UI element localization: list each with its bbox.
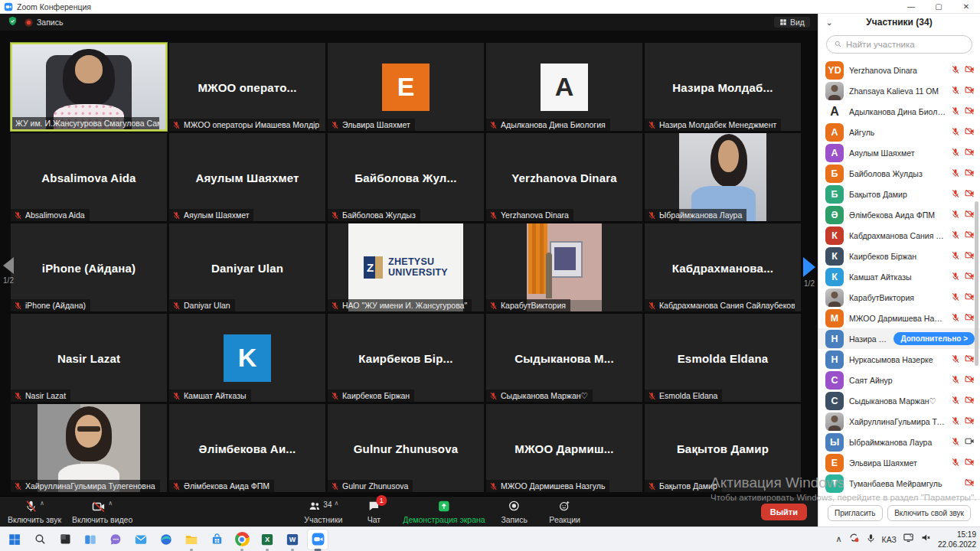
search-icon[interactable] [30, 530, 50, 549]
video-tile[interactable]: КарабутВиктория [486, 223, 642, 311]
participant-row[interactable]: М МЖОО Дармишева Назгуль [818, 308, 980, 328]
participant-row[interactable]: Е Эльвира Шаяхмет [818, 452, 980, 473]
avatar-photo [825, 289, 844, 307]
sync-recording-icon[interactable] [848, 532, 860, 546]
video-tile[interactable]: Назира Молдаб... Назира Молдабек Менеджм… [645, 43, 801, 131]
participant-row[interactable]: Т Туманбаева Мейрамгуль [818, 473, 980, 494]
video-tile[interactable]: Сыдыканова М... Сыдыканова Маржан♡ [486, 314, 642, 402]
record-button[interactable]: Запись [493, 497, 536, 527]
teams-chat-icon[interactable] [106, 530, 126, 549]
participant-row[interactable]: ХайруллинаГульмира Тулеген... [818, 411, 980, 432]
participant-row[interactable]: С Саят Айнур [818, 370, 980, 390]
reactions-icon [559, 500, 571, 514]
tile-name-label: МЖОО операторы Имашева Мөлдір [169, 119, 319, 131]
microphone-tray-icon[interactable] [866, 533, 876, 546]
chevron-up-icon[interactable]: ∧ [334, 500, 338, 507]
participant-row[interactable]: Н Нуркасымова Назерке [818, 349, 980, 370]
app-window-icon[interactable] [55, 530, 75, 549]
camera-off-icon [965, 394, 975, 408]
participant-status-icons [951, 187, 975, 201]
participant-row[interactable]: Ә Әлімбекова Аида ФПМ [818, 204, 980, 225]
next-page-button[interactable]: 1/2 [803, 257, 815, 288]
video-tile[interactable]: ХайруллинаГульмира Тулегеновна [11, 404, 167, 492]
close-button[interactable]: ✕ [952, 0, 980, 13]
meeting-toolbar: ∧ Включить звук ∧ Включить видео 34∧ Уча… [0, 496, 818, 527]
video-tile[interactable]: iPhone (Айдана) iPhone (Айдана) [11, 223, 167, 311]
previous-page-button[interactable]: 1/2 [3, 257, 14, 285]
participant-row[interactable]: С Сыдыканова Маржан♡ [818, 390, 980, 411]
volume-muted-icon[interactable] [920, 532, 932, 546]
chevron-down-icon[interactable]: ⌄ [826, 18, 832, 27]
participants-button[interactable]: 34∧ Участники [302, 497, 345, 527]
invite-button[interactable]: Пригласить [828, 505, 883, 521]
participant-row[interactable]: К Камшат Айтказы [818, 266, 980, 287]
chrome-icon[interactable] [232, 530, 252, 549]
participant-row[interactable]: КарабутВиктория [818, 287, 980, 308]
scrollbar[interactable] [975, 201, 978, 366]
video-tile[interactable]: МЖОО операто... МЖОО операторы Имашева М… [169, 43, 325, 131]
participant-row[interactable]: К Кабдрахманова Сания Сайлау... [818, 225, 980, 246]
view-button[interactable]: Вид [774, 17, 810, 28]
edge-icon[interactable] [156, 530, 176, 549]
leave-meeting-button[interactable]: Выйти [761, 504, 807, 520]
recording-indicator-icon[interactable]: Запись [24, 18, 63, 28]
video-tile[interactable]: A Адылканова Дина Биология [486, 43, 642, 131]
participant-name-text: Absalimova Aida [41, 171, 136, 184]
participant-row[interactable]: A Адылканова Дина Биология [818, 101, 980, 122]
store-icon[interactable] [207, 530, 227, 549]
participant-video-feed [38, 404, 141, 492]
video-tile[interactable]: МЖОО Дармиш... МЖОО Дармишева Назгуль [486, 404, 642, 492]
encryption-shield-icon[interactable] [8, 15, 18, 29]
search-participant-input[interactable] [846, 40, 965, 49]
video-tile[interactable]: Nasir Lazat Nasir Lazat [11, 314, 167, 402]
participant-row[interactable]: К Каирбеков Біржан [818, 246, 980, 266]
unmute-button[interactable]: ∧ Включить звук [8, 497, 61, 527]
mail-icon[interactable] [131, 530, 151, 549]
video-tile[interactable]: Ыбраймжанова Лаура [645, 133, 801, 221]
chevron-up-icon[interactable]: ∧ [40, 500, 44, 507]
clock[interactable]: 15:19 22.06.2022 [938, 530, 976, 549]
word-icon[interactable]: W [283, 530, 302, 549]
display-tray-icon[interactable] [903, 532, 914, 546]
video-tile[interactable]: Gulnur Zhunusova Gulnur Zhunusova [328, 404, 484, 492]
participant-row[interactable]: YD Yerzhanova Dinara [818, 60, 980, 80]
excel-icon[interactable]: X [257, 530, 277, 549]
start-icon[interactable] [5, 530, 24, 549]
maximize-button[interactable]: ▢ [925, 0, 952, 13]
minimize-button[interactable]: — [897, 0, 925, 13]
more-options-button[interactable]: Дополнительно > [893, 332, 975, 345]
video-tile[interactable]: Бақытов Дамир Бақытов Дамир [645, 404, 801, 492]
share-screen-button[interactable]: Демонстрация экрана [403, 497, 485, 527]
video-tile[interactable]: Daniyar Ulan Daniyar Ulan [169, 223, 325, 311]
video-tile[interactable]: Аяулым Шаяхмет Аяулым Шаяхмет [169, 133, 325, 221]
participant-row[interactable]: Б Бақытов Дамир [818, 184, 980, 204]
chevron-up-icon[interactable]: ∧ [108, 500, 113, 507]
start-video-button[interactable]: ∧ Включить видео [72, 497, 132, 527]
task-view-icon[interactable] [80, 530, 100, 549]
participant-row[interactable]: Б Байболова Жулдыз [818, 163, 980, 184]
video-tile[interactable]: Каирбеков Бір... Каирбеков Біржан [328, 314, 484, 402]
video-tile[interactable]: Esmolda Eldana Esmolda Eldana [645, 314, 801, 402]
video-tile[interactable]: ЖУ им. И.Жансугурова Смагулова Самал [11, 43, 167, 131]
participant-row[interactable]: Н Назира Молда... Дополнительно > [818, 328, 980, 349]
video-tile[interactable]: Кабдрахманова... Кабдрахманова Сания Сай… [645, 223, 801, 311]
video-tile[interactable]: K Камшат Айтказы [169, 314, 325, 402]
video-tile[interactable]: Absalimova Aida Absalimova Aida [11, 133, 167, 221]
participant-row[interactable]: Zhansaya Kalieva 11 ОМ [818, 80, 980, 101]
video-tile[interactable]: Әлімбекова Аи... Әлімбекова Аида ФПМ [169, 404, 325, 492]
reactions-button[interactable]: Реакции [544, 497, 586, 527]
participant-row[interactable]: A Айгуль [818, 122, 980, 142]
language-indicator[interactable]: КАЗ [882, 535, 897, 544]
camera-on-icon [965, 435, 975, 449]
tray-expand-icon[interactable]: ∧ [836, 534, 842, 544]
zoom-icon[interactable] [308, 530, 328, 549]
video-tile[interactable]: E Эльвира Шаяхмет [328, 43, 484, 131]
video-tile[interactable]: Байболова Жул... Байболова Жулдыз [328, 133, 484, 221]
chat-button[interactable]: 1 Чат [352, 497, 395, 527]
participant-row[interactable]: А Аяулым Шаяхмет [818, 142, 980, 163]
file-explorer-icon[interactable] [181, 530, 201, 549]
video-tile[interactable]: Z ZHETYSUUNIVERSITY НАО "ЖУ имени И. Жан… [328, 223, 484, 311]
participant-row[interactable]: Ы Ыбраймжанова Лаура [818, 432, 980, 452]
video-tile[interactable]: Yerzhanova Dinara Yerzhanova Dinara [486, 133, 642, 221]
unmute-self-button[interactable]: Включить свой звук [887, 505, 971, 521]
